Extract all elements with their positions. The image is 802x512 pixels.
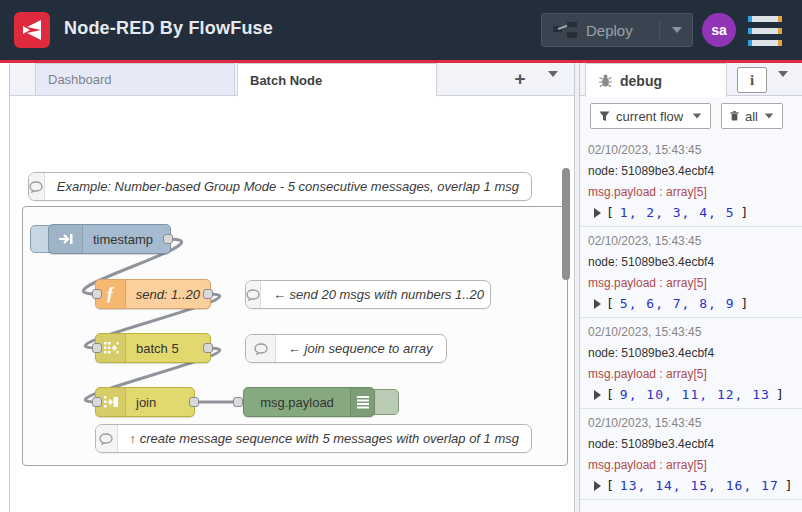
tab-dashboard[interactable]: Dashboard [35, 63, 235, 96]
debug-tab-label: debug [620, 73, 662, 89]
comment-text: Example: Number-based Group Mode - 5 con… [45, 179, 531, 194]
message-array-row[interactable]: [ 13, 14, 15, 16, 17 ] [588, 478, 802, 493]
join-node[interactable]: join [95, 387, 195, 417]
message-timestamp: 02/10/2023, 15:43:45 [588, 325, 802, 339]
add-flow-button[interactable]: + [508, 67, 532, 91]
filter-button[interactable]: current flow [590, 103, 711, 129]
function-input-port[interactable] [92, 289, 102, 299]
page-title: Node-RED By FlowFuse [64, 18, 273, 39]
inject-node-label: timestamp [83, 232, 163, 247]
function-node[interactable]: ƒ send: 1..20 [95, 279, 211, 309]
tab-batch-node[interactable]: Batch Node [237, 63, 437, 97]
message-timestamp: 02/10/2023, 15:43:45 [588, 416, 802, 430]
batch-output-port[interactable] [203, 343, 213, 353]
expand-icon[interactable] [594, 299, 601, 309]
debug-node[interactable]: msg.payload [243, 387, 375, 417]
batch-input-port[interactable] [92, 343, 102, 353]
bug-icon [598, 73, 613, 88]
message-node-id: node: 51089be3.4ecbf4 [588, 346, 802, 360]
message-payload-path: msg.payload : array[5] [588, 276, 802, 290]
array-values: 9, 10, 11, 12, 13 [620, 387, 770, 402]
comment-node-title[interactable]: Example: Number-based Group Mode - 5 con… [28, 172, 532, 201]
flowfuse-logo-icon [14, 12, 50, 48]
deploy-button-label: Deploy [586, 22, 633, 39]
debug-icon [350, 388, 374, 416]
array-close-bracket: ] [741, 296, 749, 311]
array-close-bracket: ] [785, 478, 793, 493]
inject-icon [49, 225, 83, 253]
debug-message[interactable]: 02/10/2023, 15:43:45 node: 51089be3.4ecb… [580, 136, 802, 227]
info-button[interactable]: i [737, 67, 767, 93]
debug-sidebar: debug i current flow all 02/10/2023, 15 [580, 63, 802, 512]
debug-input-port[interactable] [233, 397, 243, 407]
message-timestamp: 02/10/2023, 15:43:45 [588, 234, 802, 248]
comment-bubble-icon [29, 173, 45, 200]
array-open-bracket: [ [606, 296, 614, 311]
clear-button[interactable]: all [721, 103, 783, 129]
message-node-id: node: 51089be3.4ecbf4 [588, 437, 802, 451]
message-array-row[interactable]: [ 9, 10, 11, 12, 13 ] [588, 387, 802, 402]
tab-debug[interactable]: debug [585, 63, 727, 97]
palette-edge [0, 63, 10, 512]
menu-bar [748, 16, 782, 22]
join-node-label: join [126, 395, 166, 410]
message-timestamp: 02/10/2023, 15:43:45 [588, 143, 802, 157]
comment-bubble-icon [246, 335, 276, 362]
function-node-label: send: 1..20 [126, 287, 210, 302]
message-payload-path: msg.payload : array[5] [588, 367, 802, 381]
batch-node[interactable]: batch 5 [95, 333, 211, 363]
comment-text: ↑ create message sequence with 5 message… [118, 431, 531, 446]
message-payload-path: msg.payload : array[5] [588, 458, 802, 472]
deploy-options-caret[interactable] [659, 20, 682, 40]
batch-node-label: batch 5 [126, 341, 189, 356]
message-payload-path: msg.payload : array[5] [588, 185, 802, 199]
array-close-bracket: ] [776, 387, 784, 402]
message-array-row[interactable]: [ 5, 6, 7, 8, 9 ] [588, 296, 802, 311]
menu-bar [748, 28, 782, 34]
clear-button-label: all [745, 109, 758, 124]
array-close-bracket: ] [741, 205, 749, 220]
inject-output-port[interactable] [163, 234, 173, 244]
main-menu-icon[interactable] [748, 16, 782, 46]
join-output-port[interactable] [189, 397, 199, 407]
comment-node-send[interactable]: ← send 20 msgs with numbers 1..20 [245, 280, 491, 309]
comment-node-bottom[interactable]: ↑ create message sequence with 5 message… [95, 424, 532, 453]
array-open-bracket: [ [606, 205, 614, 220]
message-node-id: node: 51089be3.4ecbf4 [588, 255, 802, 269]
clear-caret-icon [765, 113, 774, 118]
message-array-row[interactable]: [ 1, 2, 3, 4, 5 ] [588, 205, 802, 220]
expand-icon[interactable] [594, 208, 601, 218]
debug-message-list[interactable]: 02/10/2023, 15:43:45 node: 51089be3.4ecb… [580, 136, 802, 512]
debug-message[interactable]: 02/10/2023, 15:43:45 node: 51089be3.4ecb… [580, 409, 802, 500]
comment-bubble-icon [246, 281, 261, 308]
user-avatar[interactable]: sa [702, 13, 736, 47]
flow-canvas[interactable]: Example: Number-based Group Mode - 5 con… [10, 96, 574, 512]
filter-button-label: current flow [616, 109, 683, 124]
menu-bar [748, 40, 782, 46]
join-input-port[interactable] [92, 397, 102, 407]
flow-list-caret-icon[interactable] [548, 77, 558, 95]
expand-icon[interactable] [594, 390, 601, 400]
debug-message[interactable]: 02/10/2023, 15:43:45 node: 51089be3.4ecb… [580, 318, 802, 409]
filter-caret-icon [693, 113, 702, 118]
array-values: 13, 14, 15, 16, 17 [620, 478, 779, 493]
debug-toggle-button[interactable] [373, 389, 399, 415]
deploy-button[interactable]: Deploy [541, 13, 693, 47]
inject-node[interactable]: timestamp [48, 224, 171, 254]
deploy-icon [552, 20, 578, 40]
trash-icon [730, 110, 739, 122]
app-header: Node-RED By FlowFuse Deploy sa [0, 0, 802, 60]
array-open-bracket: [ [606, 387, 614, 402]
canvas-scrollbar[interactable] [562, 168, 570, 280]
comment-node-join[interactable]: ← join sequence to array [245, 334, 447, 363]
expand-icon[interactable] [594, 481, 601, 491]
array-open-bracket: [ [606, 478, 614, 493]
debug-node-label: msg.payload [244, 395, 350, 410]
message-node-id: node: 51089be3.4ecbf4 [588, 164, 802, 178]
array-values: 1, 2, 3, 4, 5 [620, 205, 735, 220]
sidebar-options-caret-icon[interactable] [778, 77, 788, 95]
debug-toolbar: current flow all [580, 96, 802, 136]
debug-message[interactable]: 02/10/2023, 15:43:45 node: 51089be3.4ecb… [580, 227, 802, 318]
function-output-port[interactable] [203, 289, 213, 299]
comment-text: ← send 20 msgs with numbers 1..20 [261, 287, 496, 302]
